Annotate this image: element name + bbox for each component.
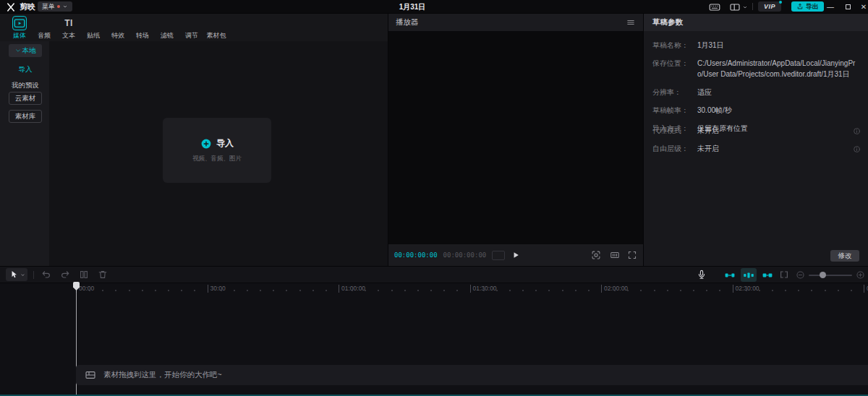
- time-options-box[interactable]: [492, 251, 505, 260]
- linkage-toggle[interactable]: [741, 268, 757, 282]
- tab-sticker[interactable]: 贴纸: [81, 16, 106, 40]
- ruler-tick: [273, 290, 274, 291]
- app-logo: 剪映: [6, 1, 35, 12]
- media-tab-bar: 媒体音频TI文本贴纸特效转场滤镜调节素材包: [0, 14, 388, 41]
- close-button[interactable]: ✕: [858, 1, 868, 12]
- ruler-tick: [575, 290, 576, 291]
- panel-brackets-icon[interactable]: [778, 269, 790, 280]
- play-button[interactable]: [511, 250, 521, 260]
- info-icon[interactable]: [853, 145, 861, 153]
- ruler-tick: [562, 290, 563, 291]
- jianying-logo-icon: [6, 2, 16, 12]
- import-hint: 视频、音频、图片: [192, 155, 242, 163]
- delete-icon[interactable]: [97, 269, 109, 280]
- player-header: 播放器: [388, 14, 643, 31]
- tab-text[interactable]: TI文本: [56, 16, 81, 40]
- preview-axis-toggle[interactable]: [760, 268, 775, 282]
- ruler-tick: [483, 290, 485, 291]
- import-dropzone[interactable]: 导入 视频、音频、图片: [163, 118, 271, 183]
- menu-button[interactable]: 菜单: [38, 1, 72, 12]
- redo-icon[interactable]: [59, 269, 71, 280]
- modify-button[interactable]: 修改: [830, 250, 859, 262]
- ruler-tick: [391, 290, 393, 291]
- sidebar-item-cloud-material[interactable]: 云素材: [9, 92, 42, 105]
- sidebar-item-import[interactable]: 导入: [9, 63, 42, 76]
- ruler-tick: [181, 290, 182, 291]
- ruler-tick: [221, 290, 222, 291]
- zoom-out-icon[interactable]: [796, 270, 805, 280]
- sidebar-item-label: 本地: [22, 46, 36, 56]
- minimize-button[interactable]: —: [825, 1, 836, 12]
- vip-dot: [779, 1, 782, 4]
- ruler-tick: [548, 290, 550, 291]
- timeline-ruler[interactable]: 00:0030:0001:00:0001:30:0002:00:0002:30:…: [0, 284, 868, 295]
- ruler-tick: [496, 290, 498, 291]
- tab-media[interactable]: 媒体: [7, 16, 32, 40]
- app-name: 剪映: [20, 1, 35, 12]
- sidebar-item-label: 导入: [19, 65, 33, 74]
- player-menu-icon[interactable]: [626, 17, 636, 27]
- tab-label: 文本: [62, 31, 75, 40]
- ruler-tick: [299, 290, 301, 291]
- fullscreen-button[interactable]: [627, 250, 637, 260]
- split-icon[interactable]: [78, 269, 90, 280]
- ruler-tick: [588, 290, 590, 291]
- canvas-ratio-button[interactable]: [610, 250, 620, 260]
- total-timecode: 00:00:00:00: [443, 251, 487, 259]
- info-icon[interactable]: [853, 127, 861, 135]
- vip-badge[interactable]: VIP: [758, 1, 781, 12]
- snap-toggle[interactable]: [722, 268, 738, 282]
- timeline-zoom-slider[interactable]: [809, 275, 852, 276]
- sidebar-item-local[interactable]: 本地: [9, 44, 42, 57]
- snap-icon: [724, 270, 736, 281]
- ruler-tick: [785, 290, 786, 291]
- import-action[interactable]: 导入: [200, 137, 234, 150]
- ruler-tick: [798, 290, 799, 291]
- draft-field-row: 草稿帧率：30.00帧/秒: [652, 105, 859, 116]
- ruler-tick: [772, 290, 773, 291]
- play-icon: [511, 250, 521, 260]
- tab-label: 滤镜: [161, 31, 174, 40]
- media-panel: 媒体音频TI文本贴纸特效转场滤镜调节素材包 本地导入我的预设云素材素材库 导入 …: [0, 14, 388, 266]
- ruler-tick: [417, 290, 419, 291]
- sidebar-item-label: 云素材: [15, 94, 36, 103]
- zoom-in-icon[interactable]: [856, 270, 865, 280]
- layout-mode-button[interactable]: [729, 1, 748, 13]
- tab-material-pack[interactable]: 素材包: [204, 16, 229, 40]
- timeline-toolbar: [0, 267, 868, 283]
- maximize-button[interactable]: [842, 1, 854, 12]
- keyboard-shortcuts-button[interactable]: [709, 1, 720, 13]
- tab-transition[interactable]: 转场: [130, 16, 155, 40]
- tab-label: 转场: [136, 31, 149, 40]
- ruler-tick: [456, 290, 458, 291]
- preview-quality-button[interactable]: [591, 250, 601, 260]
- empty-track-hint: 素材拖拽到这里，开始你的大作吧~: [103, 370, 222, 380]
- undo-icon[interactable]: [41, 269, 52, 280]
- empty-track-dropzone[interactable]: 素材拖拽到这里，开始你的大作吧~: [76, 365, 868, 385]
- ruler-tick: [759, 290, 760, 291]
- tab-filter[interactable]: 滤镜: [155, 16, 179, 40]
- draft-toggle-row: 代理模式未开启: [652, 126, 861, 136]
- export-button[interactable]: 导出: [791, 1, 824, 12]
- tab-effects[interactable]: 特效: [106, 16, 130, 40]
- tab-adjust[interactable]: 调节: [179, 16, 204, 40]
- field-label: 分辨率：: [652, 87, 697, 98]
- ruler-tick: [286, 290, 287, 291]
- ruler-label: 02:30:00: [733, 285, 760, 293]
- media-icon: [12, 16, 27, 30]
- scan-icon: [591, 250, 601, 260]
- ruler-tick: [838, 290, 839, 291]
- toolbar-divider: [33, 271, 34, 279]
- ruler-tick: [443, 290, 445, 291]
- ruler-tick: [378, 290, 379, 291]
- tab-label: 调节: [185, 31, 198, 40]
- tab-audio[interactable]: 音频: [32, 16, 56, 40]
- zoom-slider-handle[interactable]: [820, 272, 826, 278]
- ruler-tick: [102, 290, 103, 291]
- sidebar-item-material-library[interactable]: 素材库: [9, 110, 42, 123]
- record-mic-icon[interactable]: [696, 269, 707, 280]
- field-value: 1月31日: [697, 40, 724, 51]
- sidebar-item-my-presets[interactable]: 我的预设: [9, 79, 42, 92]
- field-value: C:/Users/Administrator/AppData/Local/Jia…: [697, 58, 859, 79]
- select-tool-button[interactable]: [6, 268, 27, 281]
